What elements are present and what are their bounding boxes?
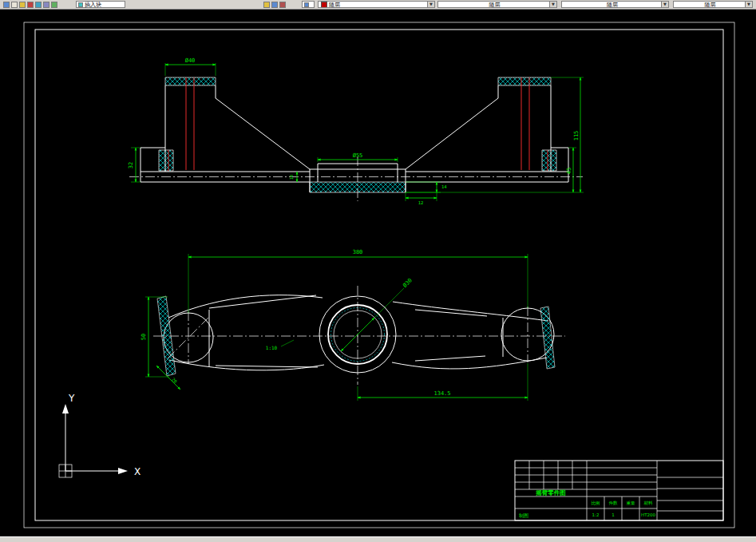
block-icon bbox=[78, 2, 83, 7]
color-value: 随层 bbox=[329, 2, 340, 8]
chevron-down-icon[interactable]: ▼ bbox=[661, 2, 668, 7]
title-block-count-value: 1 bbox=[612, 512, 615, 517]
ucs-x-arrowhead bbox=[118, 468, 128, 474]
plan-extension-lines bbox=[145, 254, 528, 401]
arm-outline bbox=[168, 295, 548, 370]
layer-states-icon[interactable] bbox=[279, 2, 286, 8]
toolbar-icon-group-left bbox=[3, 1, 57, 9]
title-block-label-scale: 比例 bbox=[592, 500, 600, 506]
ucs-y-arrowhead bbox=[62, 404, 69, 413]
frame-inner-border bbox=[35, 30, 723, 520]
dim-text-tower-dia: Ø40 bbox=[185, 57, 196, 64]
title-block-scale-value: 1:2 bbox=[592, 512, 600, 517]
zoom-icon[interactable] bbox=[51, 2, 57, 8]
layers-icon[interactable] bbox=[263, 2, 270, 8]
dim-text-end-offset: 20 bbox=[171, 377, 178, 384]
ucs-axes-lines bbox=[65, 412, 120, 471]
chevron-down-icon[interactable]: ▼ bbox=[549, 2, 556, 7]
plan-centerlines bbox=[153, 286, 565, 385]
status-bar bbox=[0, 536, 756, 542]
dim-text-hub-band: 14 bbox=[441, 184, 447, 189]
lineweight-control[interactable]: 随层 ▼ bbox=[561, 1, 669, 8]
ucs-icon: Y X bbox=[59, 393, 141, 477]
title-block-label-count: 件数 bbox=[609, 500, 619, 505]
frame-outer-border bbox=[24, 22, 734, 528]
dim-text-right-inner: 45 bbox=[566, 168, 572, 174]
dim-text-base-thickness: 10 bbox=[289, 175, 294, 180]
title-block-label-material: 材料 bbox=[643, 500, 654, 506]
toolbar-icon-group-mid bbox=[263, 1, 286, 9]
redo-icon[interactable] bbox=[43, 2, 49, 8]
title-block-material-value: HT200 bbox=[641, 512, 655, 517]
dim-text-hub-offset: 12 bbox=[418, 200, 424, 205]
drawing-frame bbox=[24, 22, 734, 528]
open-file-icon[interactable] bbox=[11, 2, 18, 8]
title-block: 摇臂零件图 制图 比例 件数 重量 材料 1:2 1 HT200 bbox=[515, 461, 723, 520]
lineweight-value: 随层 bbox=[607, 2, 618, 8]
dim-text-bore-dia: Ø30 bbox=[402, 277, 414, 289]
ucs-x-label: X bbox=[134, 466, 141, 477]
dim-text-center-distance: 134.5 bbox=[433, 390, 450, 397]
linetype-value: 随层 bbox=[489, 2, 501, 8]
drawing-canvas[interactable]: Ø40 Ø55 45 115 32 10 14 12 380 bbox=[0, 10, 756, 536]
color-control[interactable]: 随层 ▼ bbox=[318, 1, 435, 8]
dim-text-left-height: 32 bbox=[128, 162, 134, 168]
undo-icon[interactable] bbox=[35, 2, 42, 8]
color-swatch bbox=[321, 2, 327, 8]
layer-icon bbox=[304, 2, 309, 7]
taper-note: 1:10 bbox=[266, 345, 278, 350]
dim-text-length: 380 bbox=[353, 249, 363, 255]
layer-manager-icon[interactable] bbox=[271, 2, 278, 8]
plotstyle-control[interactable]: 随层 ▼ bbox=[673, 1, 753, 8]
new-file-icon[interactable] bbox=[3, 2, 10, 8]
insert-block-button[interactable]: 插入块 bbox=[76, 1, 125, 8]
plan-view: 380 134.5 50 20 Ø30 1:10 bbox=[141, 249, 565, 401]
save-icon[interactable] bbox=[19, 2, 26, 8]
title-block-part-name: 摇臂零件图 bbox=[535, 489, 566, 497]
title-block-drafter-label: 制图 bbox=[519, 512, 528, 519]
front-view: Ø40 Ø55 45 115 32 10 14 12 bbox=[128, 57, 584, 205]
chevron-down-icon[interactable]: ▼ bbox=[427, 2, 434, 7]
ucs-y-label: Y bbox=[68, 393, 75, 404]
linetype-control[interactable]: 随层 ▼ bbox=[437, 1, 557, 8]
plotstyle-value: 随层 bbox=[705, 2, 716, 8]
cad-application-window: 插入块 随层 ▼ 随层 ▼ 随层 ▼ 随层 ▼ bbox=[0, 0, 756, 542]
ucs-origin-cross bbox=[59, 465, 72, 477]
toolbar: 插入块 随层 ▼ 随层 ▼ 随层 ▼ 随层 ▼ bbox=[0, 0, 756, 10]
front-centerlines bbox=[129, 156, 583, 201]
make-current-button[interactable] bbox=[302, 1, 315, 8]
front-outline bbox=[141, 85, 568, 192]
dim-text-end-width: 50 bbox=[141, 334, 147, 340]
title-block-label-weight: 重量 bbox=[627, 500, 636, 505]
chevron-down-icon[interactable]: ▼ bbox=[745, 2, 752, 7]
insert-block-label: 插入块 bbox=[85, 2, 101, 8]
print-icon[interactable] bbox=[27, 2, 34, 8]
dim-text-total-height: 115 bbox=[573, 131, 580, 141]
dim-text-hub-dia: Ø55 bbox=[353, 152, 363, 159]
